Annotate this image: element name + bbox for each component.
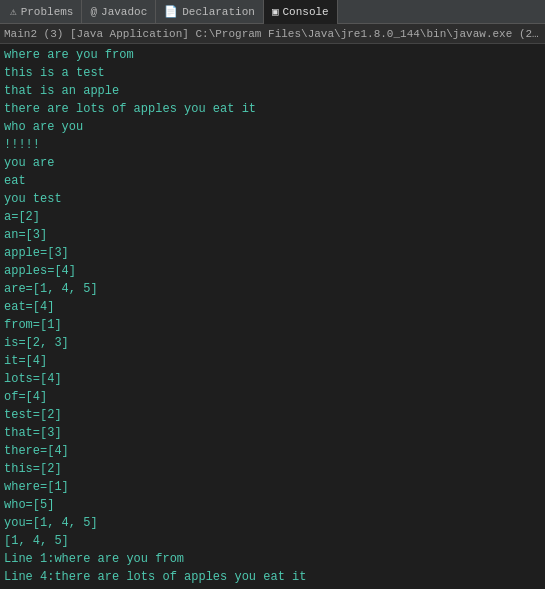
console-line: you are (4, 154, 541, 172)
console-tab-label: Console (283, 6, 329, 18)
console-line: [1, 4, 5] (4, 532, 541, 550)
console-line: Line 1:where are you from (4, 550, 541, 568)
console-line: apple=[3] (4, 244, 541, 262)
console-line: that=[3] (4, 424, 541, 442)
console-line: where are you from (4, 46, 541, 64)
console-line: of=[4] (4, 388, 541, 406)
tab-console[interactable]: ▣Console (264, 0, 338, 24)
console-line: that is an apple (4, 82, 541, 100)
console-line: an=[3] (4, 226, 541, 244)
problems-tab-label: Problems (21, 6, 74, 18)
console-line: who=[5] (4, 496, 541, 514)
tab-javadoc[interactable]: @Javadoc (82, 0, 156, 24)
console-line: eat=[4] (4, 298, 541, 316)
tab-bar: ⚠Problems@Javadoc📄Declaration▣Console (0, 0, 545, 24)
console-line: this=[2] (4, 460, 541, 478)
javadoc-tab-icon: @ (90, 6, 97, 18)
console-line: Line 4:there are lots of apples you eat … (4, 568, 541, 585)
tab-problems[interactable]: ⚠Problems (2, 0, 82, 24)
console-line: are=[1, 4, 5] (4, 280, 541, 298)
console-output: where are you fromthis is a testthat is … (0, 44, 545, 585)
console-line: you=[1, 4, 5] (4, 514, 541, 532)
console-line: eat (4, 172, 541, 190)
console-line: there are lots of apples you eat it (4, 100, 541, 118)
console-line: from=[1] (4, 316, 541, 334)
console-line: where=[1] (4, 478, 541, 496)
declaration-tab-label: Declaration (182, 6, 255, 18)
console-line: is=[2, 3] (4, 334, 541, 352)
console-line: apples=[4] (4, 262, 541, 280)
console-line: there=[4] (4, 442, 541, 460)
console-line: it=[4] (4, 352, 541, 370)
console-line: a=[2] (4, 208, 541, 226)
console-line: you test (4, 190, 541, 208)
console-line: !!!!! (4, 136, 541, 154)
title-bar: Main2 (3) [Java Application] C:\Program … (0, 24, 545, 44)
console-line: this is a test (4, 64, 541, 82)
javadoc-tab-label: Javadoc (101, 6, 147, 18)
console-tab-icon: ▣ (272, 5, 279, 18)
declaration-tab-icon: 📄 (164, 5, 178, 18)
tab-declaration[interactable]: 📄Declaration (156, 0, 264, 24)
console-line: who are you (4, 118, 541, 136)
console-line: test=[2] (4, 406, 541, 424)
problems-tab-icon: ⚠ (10, 5, 17, 18)
console-line: lots=[4] (4, 370, 541, 388)
